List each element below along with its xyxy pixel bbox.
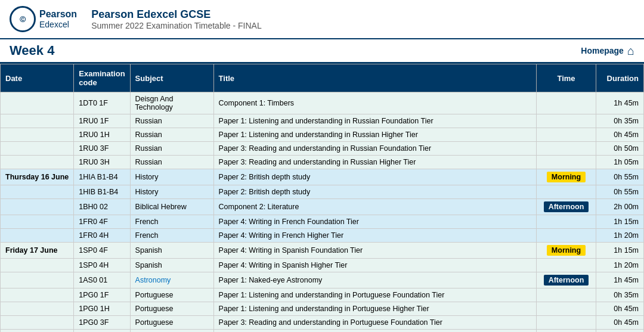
duration-cell: 0h 35m: [596, 114, 644, 128]
subject-cell: Spanish: [130, 259, 213, 272]
time-cell: Morning: [537, 243, 596, 259]
table-row: 1AS0 01AstronomyPaper 1: Naked-eye Astro…: [1, 272, 644, 288]
table-row: 1PG0 1HPortuguesePaper 1: Listening and …: [1, 302, 644, 316]
title-cell: Paper 4: Writing in Spanish Foundation T…: [213, 243, 536, 259]
time-cell: [537, 288, 596, 302]
title-cell: Paper 4: Writing in Spanish Higher Tier: [213, 259, 536, 272]
code-cell: 1AS0 01: [74, 272, 130, 288]
time-cell: [537, 330, 596, 333]
subject-cell: Portuguese: [130, 288, 213, 302]
time-cell: Afternoon: [537, 199, 596, 215]
subject-cell: History: [130, 185, 213, 199]
code-cell: 1RU0 3H: [74, 156, 130, 169]
subject-cell: Russian: [130, 128, 213, 142]
date-cell: [1, 330, 74, 333]
date-cell: [1, 128, 74, 142]
title-cell: Paper 3: Reading and understanding in Ru…: [213, 142, 536, 156]
week-label: Week 4: [10, 43, 54, 58]
duration-cell: 0h 55m: [596, 185, 644, 199]
table-row: 1RU0 3FRussianPaper 3: Reading and under…: [1, 142, 644, 156]
date-cell: [1, 215, 74, 229]
code-cell: 1FR0 4F: [74, 215, 130, 229]
duration-cell: 1h 00m: [596, 330, 644, 333]
date-cell: [1, 114, 74, 128]
table-row: 1PG0 3FPortuguesePaper 3: Reading and un…: [1, 316, 644, 330]
date-cell: [1, 316, 74, 330]
table-container: Date Examinationcode Subject Title Time …: [0, 64, 644, 332]
week-bar: Week 4 Homepage ⌂: [0, 39, 644, 64]
code-cell: 1DT0 1F: [74, 92, 130, 114]
time-cell: Afternoon: [537, 272, 596, 288]
time-cell: [537, 302, 596, 316]
date-cell: [1, 259, 74, 272]
duration-cell: 0h 35m: [596, 288, 644, 302]
logo-area: Ⓒ Pearson Edexcel: [10, 6, 77, 32]
title-cell: Paper 1: Listening and understanding in …: [213, 302, 536, 316]
code-cell: 1PG0 3H: [74, 330, 130, 333]
time-cell: [537, 316, 596, 330]
subject-cell: Biblical Hebrew: [130, 199, 213, 215]
title-cell: Paper 2: British depth study: [213, 169, 536, 185]
table-row: 1FR0 4FFrenchPaper 4: Writing in French …: [1, 215, 644, 229]
date-cell: [1, 92, 74, 114]
date-cell: [1, 142, 74, 156]
col-title: Title: [213, 64, 536, 92]
table-row: 1RU0 1HRussianPaper 1: Listening and und…: [1, 128, 644, 142]
duration-cell: 1h 05m: [596, 156, 644, 169]
code-cell: 1BH0 02: [74, 199, 130, 215]
date-cell: Friday 17 June: [1, 243, 74, 259]
duration-cell: 2h 00m: [596, 199, 644, 215]
homepage-text: Homepage: [581, 46, 624, 55]
col-time: Time: [537, 64, 596, 92]
header-titles: Pearson Edexcel GCSE Summer 2022 Examina…: [91, 8, 262, 30]
morning-badge: Morning: [547, 172, 586, 182]
date-cell: [1, 272, 74, 288]
header: Ⓒ Pearson Edexcel Pearson Edexcel GCSE S…: [0, 0, 644, 39]
time-cell: [537, 142, 596, 156]
date-cell: [1, 302, 74, 316]
time-cell: [537, 185, 596, 199]
time-cell: [537, 128, 596, 142]
morning-badge: Morning: [547, 245, 586, 256]
code-cell: 1FR0 4H: [74, 229, 130, 243]
title-cell: Paper 1: Listening and understanding in …: [213, 114, 536, 128]
table-row: 1RU0 3HRussianPaper 3: Reading and under…: [1, 156, 644, 169]
afternoon-badge: Afternoon: [544, 201, 589, 212]
logo-edexcel: Edexcel: [39, 20, 77, 29]
subject-cell: Russian: [130, 156, 213, 169]
table-row: 1PG0 1FPortuguesePaper 1: Listening and …: [1, 288, 644, 302]
title-cell: Paper 3: Reading and understanding in Ru…: [213, 156, 536, 169]
duration-cell: 0h 55m: [596, 169, 644, 185]
duration-cell: 0h 45m: [596, 316, 644, 330]
pearson-logo: Ⓒ: [10, 6, 36, 32]
col-date: Date: [1, 64, 74, 92]
time-cell: [537, 114, 596, 128]
homepage-link[interactable]: Homepage ⌂: [581, 44, 634, 58]
subject-cell: French: [130, 215, 213, 229]
table-row: 1RU0 1FRussianPaper 1: Listening and und…: [1, 114, 644, 128]
table-row: 1FR0 4HFrenchPaper 4: Writing in French …: [1, 229, 644, 243]
title-cell: Paper 3: Reading and understanding in Po…: [213, 330, 536, 333]
duration-cell: 1h 45m: [596, 272, 644, 288]
sub-title: Summer 2022 Examination Timetable - FINA…: [91, 21, 262, 30]
title-cell: Paper 4: Writing in French Higher Tier: [213, 229, 536, 243]
table-row: 1PG0 3HPortuguesePaper 3: Reading and un…: [1, 330, 644, 333]
title-cell: Component 2: Literature: [213, 199, 536, 215]
subject-cell: Deisgn And Technology: [130, 92, 213, 114]
table-row: 1BH0 02Biblical HebrewComponent 2: Liter…: [1, 199, 644, 215]
logo-pearson: Pearson: [39, 9, 77, 20]
duration-cell: 1h 15m: [596, 243, 644, 259]
duration-cell: 0h 45m: [596, 128, 644, 142]
duration-cell: 1h 15m: [596, 215, 644, 229]
col-duration: Duration: [596, 64, 644, 92]
time-cell: [537, 215, 596, 229]
code-cell: 1PG0 1H: [74, 302, 130, 316]
time-cell: Morning: [537, 169, 596, 185]
exam-table: Date Examinationcode Subject Title Time …: [0, 64, 644, 332]
table-row: 1HIB B1-B4HistoryPaper 2: British depth …: [1, 185, 644, 199]
code-cell: 1RU0 1F: [74, 114, 130, 128]
duration-cell: 0h 45m: [596, 302, 644, 316]
time-cell: [537, 92, 596, 114]
subject-cell: Russian: [130, 114, 213, 128]
code-cell: 1RU0 3F: [74, 142, 130, 156]
